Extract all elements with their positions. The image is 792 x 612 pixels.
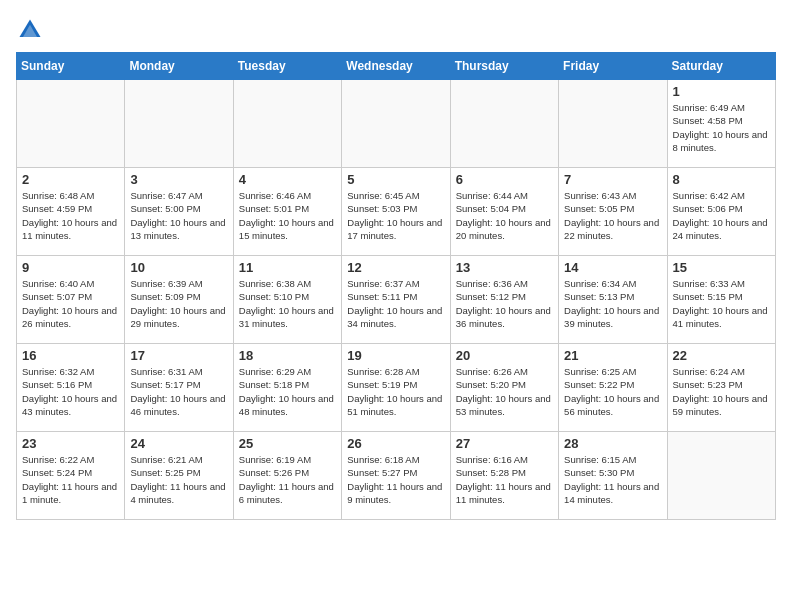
calendar-day-cell: 28Sunrise: 6:15 AM Sunset: 5:30 PM Dayli… [559,432,667,520]
calendar-day-cell: 3Sunrise: 6:47 AM Sunset: 5:00 PM Daylig… [125,168,233,256]
day-info: Sunrise: 6:24 AM Sunset: 5:23 PM Dayligh… [673,365,770,418]
day-info: Sunrise: 6:15 AM Sunset: 5:30 PM Dayligh… [564,453,661,506]
calendar-week-row: 9Sunrise: 6:40 AM Sunset: 5:07 PM Daylig… [17,256,776,344]
calendar-day-cell [559,80,667,168]
day-number: 23 [22,436,119,451]
day-info: Sunrise: 6:26 AM Sunset: 5:20 PM Dayligh… [456,365,553,418]
day-number: 16 [22,348,119,363]
calendar-day-cell: 11Sunrise: 6:38 AM Sunset: 5:10 PM Dayli… [233,256,341,344]
day-info: Sunrise: 6:40 AM Sunset: 5:07 PM Dayligh… [22,277,119,330]
day-info: Sunrise: 6:48 AM Sunset: 4:59 PM Dayligh… [22,189,119,242]
logo [16,16,48,44]
weekday-header-monday: Monday [125,53,233,80]
day-number: 5 [347,172,444,187]
day-info: Sunrise: 6:42 AM Sunset: 5:06 PM Dayligh… [673,189,770,242]
day-number: 20 [456,348,553,363]
calendar-day-cell: 21Sunrise: 6:25 AM Sunset: 5:22 PM Dayli… [559,344,667,432]
calendar-day-cell: 2Sunrise: 6:48 AM Sunset: 4:59 PM Daylig… [17,168,125,256]
calendar-day-cell [667,432,775,520]
day-info: Sunrise: 6:45 AM Sunset: 5:03 PM Dayligh… [347,189,444,242]
calendar-week-row: 16Sunrise: 6:32 AM Sunset: 5:16 PM Dayli… [17,344,776,432]
day-info: Sunrise: 6:32 AM Sunset: 5:16 PM Dayligh… [22,365,119,418]
weekday-header-sunday: Sunday [17,53,125,80]
calendar-week-row: 23Sunrise: 6:22 AM Sunset: 5:24 PM Dayli… [17,432,776,520]
calendar-day-cell [450,80,558,168]
calendar-day-cell: 27Sunrise: 6:16 AM Sunset: 5:28 PM Dayli… [450,432,558,520]
calendar-day-cell: 7Sunrise: 6:43 AM Sunset: 5:05 PM Daylig… [559,168,667,256]
day-number: 2 [22,172,119,187]
day-info: Sunrise: 6:44 AM Sunset: 5:04 PM Dayligh… [456,189,553,242]
calendar-day-cell: 8Sunrise: 6:42 AM Sunset: 5:06 PM Daylig… [667,168,775,256]
day-info: Sunrise: 6:34 AM Sunset: 5:13 PM Dayligh… [564,277,661,330]
day-info: Sunrise: 6:33 AM Sunset: 5:15 PM Dayligh… [673,277,770,330]
day-info: Sunrise: 6:46 AM Sunset: 5:01 PM Dayligh… [239,189,336,242]
calendar-day-cell [233,80,341,168]
calendar-day-cell: 23Sunrise: 6:22 AM Sunset: 5:24 PM Dayli… [17,432,125,520]
calendar-day-cell: 10Sunrise: 6:39 AM Sunset: 5:09 PM Dayli… [125,256,233,344]
calendar-day-cell [17,80,125,168]
day-number: 14 [564,260,661,275]
day-info: Sunrise: 6:37 AM Sunset: 5:11 PM Dayligh… [347,277,444,330]
day-number: 7 [564,172,661,187]
calendar-day-cell: 24Sunrise: 6:21 AM Sunset: 5:25 PM Dayli… [125,432,233,520]
weekday-header-tuesday: Tuesday [233,53,341,80]
weekday-header-saturday: Saturday [667,53,775,80]
day-number: 22 [673,348,770,363]
calendar-week-row: 2Sunrise: 6:48 AM Sunset: 4:59 PM Daylig… [17,168,776,256]
day-number: 10 [130,260,227,275]
calendar-day-cell: 1Sunrise: 6:49 AM Sunset: 4:58 PM Daylig… [667,80,775,168]
day-info: Sunrise: 6:43 AM Sunset: 5:05 PM Dayligh… [564,189,661,242]
calendar-day-cell: 4Sunrise: 6:46 AM Sunset: 5:01 PM Daylig… [233,168,341,256]
day-number: 12 [347,260,444,275]
calendar-day-cell: 22Sunrise: 6:24 AM Sunset: 5:23 PM Dayli… [667,344,775,432]
calendar-day-cell: 16Sunrise: 6:32 AM Sunset: 5:16 PM Dayli… [17,344,125,432]
page-header [16,16,776,44]
day-info: Sunrise: 6:16 AM Sunset: 5:28 PM Dayligh… [456,453,553,506]
calendar-day-cell [125,80,233,168]
day-info: Sunrise: 6:19 AM Sunset: 5:26 PM Dayligh… [239,453,336,506]
day-info: Sunrise: 6:47 AM Sunset: 5:00 PM Dayligh… [130,189,227,242]
day-number: 9 [22,260,119,275]
day-number: 26 [347,436,444,451]
calendar-day-cell: 14Sunrise: 6:34 AM Sunset: 5:13 PM Dayli… [559,256,667,344]
day-number: 27 [456,436,553,451]
calendar-day-cell: 25Sunrise: 6:19 AM Sunset: 5:26 PM Dayli… [233,432,341,520]
day-number: 17 [130,348,227,363]
day-number: 13 [456,260,553,275]
calendar-day-cell: 17Sunrise: 6:31 AM Sunset: 5:17 PM Dayli… [125,344,233,432]
calendar-day-cell: 20Sunrise: 6:26 AM Sunset: 5:20 PM Dayli… [450,344,558,432]
weekday-header-thursday: Thursday [450,53,558,80]
logo-icon [16,16,44,44]
day-number: 21 [564,348,661,363]
calendar-day-cell: 9Sunrise: 6:40 AM Sunset: 5:07 PM Daylig… [17,256,125,344]
weekday-header-wednesday: Wednesday [342,53,450,80]
day-info: Sunrise: 6:25 AM Sunset: 5:22 PM Dayligh… [564,365,661,418]
day-number: 6 [456,172,553,187]
day-number: 25 [239,436,336,451]
day-info: Sunrise: 6:36 AM Sunset: 5:12 PM Dayligh… [456,277,553,330]
day-number: 4 [239,172,336,187]
day-number: 18 [239,348,336,363]
day-info: Sunrise: 6:38 AM Sunset: 5:10 PM Dayligh… [239,277,336,330]
calendar-week-row: 1Sunrise: 6:49 AM Sunset: 4:58 PM Daylig… [17,80,776,168]
calendar-day-cell [342,80,450,168]
calendar-day-cell: 13Sunrise: 6:36 AM Sunset: 5:12 PM Dayli… [450,256,558,344]
day-info: Sunrise: 6:21 AM Sunset: 5:25 PM Dayligh… [130,453,227,506]
day-info: Sunrise: 6:49 AM Sunset: 4:58 PM Dayligh… [673,101,770,154]
calendar-day-cell: 15Sunrise: 6:33 AM Sunset: 5:15 PM Dayli… [667,256,775,344]
day-info: Sunrise: 6:22 AM Sunset: 5:24 PM Dayligh… [22,453,119,506]
day-number: 28 [564,436,661,451]
day-number: 24 [130,436,227,451]
calendar-day-cell: 26Sunrise: 6:18 AM Sunset: 5:27 PM Dayli… [342,432,450,520]
day-number: 8 [673,172,770,187]
calendar-day-cell: 12Sunrise: 6:37 AM Sunset: 5:11 PM Dayli… [342,256,450,344]
day-info: Sunrise: 6:31 AM Sunset: 5:17 PM Dayligh… [130,365,227,418]
day-number: 11 [239,260,336,275]
day-info: Sunrise: 6:29 AM Sunset: 5:18 PM Dayligh… [239,365,336,418]
day-info: Sunrise: 6:28 AM Sunset: 5:19 PM Dayligh… [347,365,444,418]
calendar-day-cell: 6Sunrise: 6:44 AM Sunset: 5:04 PM Daylig… [450,168,558,256]
day-number: 19 [347,348,444,363]
day-info: Sunrise: 6:18 AM Sunset: 5:27 PM Dayligh… [347,453,444,506]
day-number: 1 [673,84,770,99]
day-number: 3 [130,172,227,187]
